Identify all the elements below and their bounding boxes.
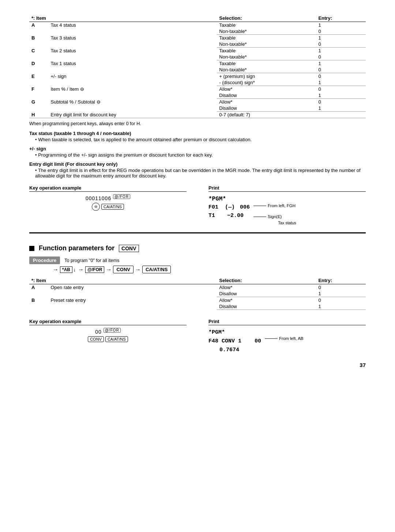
table-row: B Tax 3 status Taxable 1: [29, 35, 366, 41]
th-selection: Selection:: [217, 15, 316, 22]
flow-step-ab: *AB: [60, 266, 72, 273]
print-header2: Print: [208, 319, 366, 325]
table-row: A Open rate entry Allow* 0: [29, 284, 366, 291]
conv-th-entry: Entry:: [316, 277, 366, 284]
key-sequence1: 00011006 @/FOR ⊖ CA/AT/NS: [29, 195, 187, 211]
table-row: A Tax 4 status Taxable 1: [29, 22, 366, 29]
ca-at-ns-btn2: CA/AT/NS: [105, 336, 128, 342]
key-num1: 00011006 @/FOR: [86, 195, 130, 201]
entry-digit-body: • The entry digit limit is in effect for…: [29, 168, 366, 179]
black-square-icon: [29, 246, 34, 251]
table-row: C Tax 2 status Taxable 1: [29, 48, 366, 54]
table-row: F Item % / Item ⊖ Allow* 0: [29, 86, 366, 93]
th-desc: [49, 15, 217, 22]
flow-step-for: @/FOR: [85, 266, 104, 273]
procedure-row: Procedure To program "0" for all items: [29, 256, 366, 264]
table-row: E +/- sign + (premium) sign 0: [29, 73, 366, 80]
key-op-header2: Key operation example: [29, 319, 187, 325]
function-section: Function parameters for CONV Procedure T…: [29, 232, 366, 273]
key-sequence2: 00 @/FOR CONV CA/AT/NS: [29, 328, 187, 342]
key-num2: 00 @/FOR: [95, 328, 121, 335]
flow-step-ca: CA/AT/NS: [142, 266, 171, 273]
th-item: *: Item: [29, 15, 49, 22]
ca-at-ns-btn: CA/AT/NS: [101, 204, 124, 210]
entry-digit-header: Entry digit limit (For discount key only…: [29, 161, 366, 167]
key-op-print-section1: Key operation example 00011006 @/FOR ⊖ C…: [29, 185, 366, 225]
key-buttons1: ⊖ CA/AT/NS: [92, 203, 124, 211]
print-header1: Print: [208, 185, 366, 192]
conv-key-label: CONV: [119, 245, 139, 252]
key-op-col2: Key operation example 00 @/FOR CONV CA/A…: [29, 319, 187, 342]
receipt2: *PGM* F48 CONV 1 00 0.7674: [208, 328, 261, 355]
receipt1: *PGM* F01 (—) 006 T1 −2.00: [208, 195, 250, 220]
tax-status-body: • When taxable is selected, tax is appli…: [29, 137, 366, 142]
sign-body: • Programming of the +/- sign assigns th…: [29, 152, 366, 158]
print-col1: Print *PGM* F01 (—) 006 T1 −2.00 From le…: [208, 185, 366, 225]
flow-step-conv: CONV: [113, 266, 133, 273]
table-row: G Subtotal % / Subtotal ⊖ Allow* 0: [29, 99, 366, 105]
flow-diagram: → *AB ↓ → @/FOR → CONV → CA/AT/NS: [51, 266, 366, 273]
conv-btn: CONV: [88, 336, 104, 342]
conv-th-desc: [49, 277, 217, 284]
sign-header: +/- sign: [29, 146, 366, 151]
key-op-header1: Key operation example: [29, 185, 187, 192]
tax-status-annotation: Tax status: [208, 221, 366, 225]
table-row: D Tax 1 status Taxable 1: [29, 60, 366, 67]
key-buttons2: CONV CA/AT/NS: [88, 336, 128, 342]
tax-status-header: Tax status (taxable 1 through 4 / non-ta…: [29, 131, 366, 136]
table-row: B Preset rate entry Allow* 0: [29, 297, 366, 304]
percent-key-note: When programming percent keys, always en…: [29, 121, 366, 126]
section-title: Function parameters for CONV: [29, 244, 366, 252]
th-entry: Entry:: [316, 15, 366, 22]
conv-th-item: *: Item: [29, 277, 49, 284]
table-row: H Entry digit limit for discount key 0-7…: [29, 112, 366, 118]
procedure-note: To program "0" for all items: [64, 258, 119, 263]
print-col2: Print *PGM* F48 CONV 1 00 0.7674 From le…: [208, 319, 366, 355]
annotations2: From left, AB: [265, 328, 303, 341]
annotations1: From left, FGH Sign(E): [253, 195, 296, 219]
procedure-badge: Procedure: [29, 256, 60, 264]
key-op-col1: Key operation example 00011006 @/FOR ⊖ C…: [29, 185, 187, 211]
top-table: *: Item Selection: Entry: A Tax 4 status…: [29, 15, 366, 118]
conv-th-selection: Selection:: [217, 277, 316, 284]
conv-table: *: Item Selection: Entry: A Open rate en…: [29, 277, 366, 310]
key-op-print-section2: Key operation example 00 @/FOR CONV CA/A…: [29, 319, 366, 355]
page-number: 37: [29, 362, 366, 368]
circle-btn: ⊖: [92, 203, 100, 211]
